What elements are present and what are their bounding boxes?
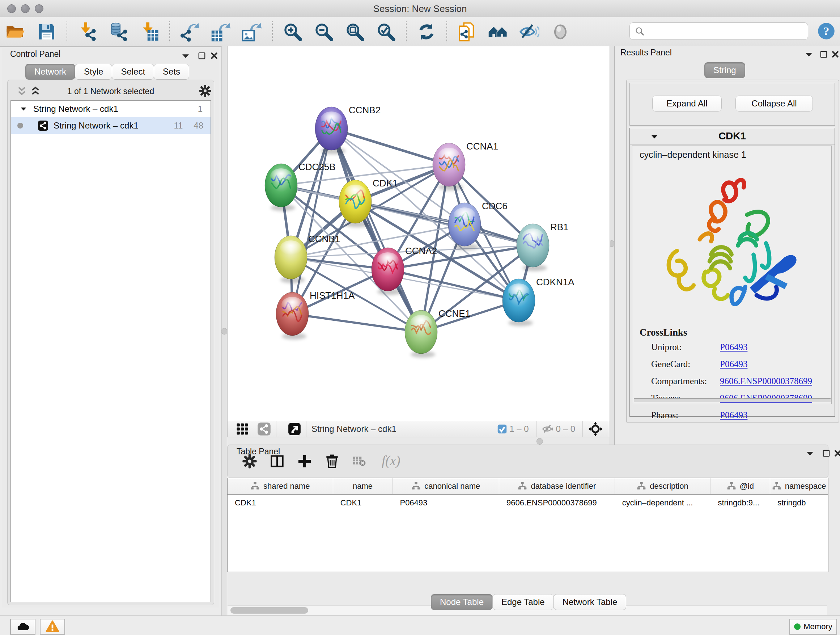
table-row[interactable]: CDK1CDK1P064939606.ENSP00000378699cyclin… [227, 495, 828, 511]
home-icon[interactable] [488, 22, 508, 42]
crosslink-link[interactable]: 9606.ENSP00000378699 [720, 376, 812, 386]
tree-column-icon [772, 481, 782, 491]
tree-expander-icon[interactable] [19, 105, 27, 113]
zoom-out-icon[interactable] [314, 22, 334, 42]
horizontal-splitter[interactable] [227, 437, 609, 445]
crosslink-link[interactable]: P06493 [720, 342, 747, 352]
table-tabs: Node TableEdge TableNetwork Table [431, 594, 626, 610]
help-icon[interactable] [817, 22, 836, 41]
tab-node-table[interactable]: Node Table [431, 594, 493, 610]
string-share-icon[interactable] [257, 422, 271, 436]
node-RB1[interactable] [516, 224, 549, 271]
import-network-database-icon[interactable] [108, 22, 128, 42]
hide-selected-icon[interactable] [519, 22, 539, 42]
node-CDC6[interactable] [448, 203, 481, 250]
network-row-selected[interactable]: String Network – cdk1 11 48 [11, 117, 210, 134]
network-graph[interactable]: CCNB2CCNA1CDC25BCDK1CDC6RB1CCNB1CCNA2CDK… [227, 46, 609, 421]
network-collection-row[interactable]: String Network – cdk1 1 [11, 101, 210, 117]
crosslink-link[interactable]: P06493 [720, 410, 747, 420]
edge-CCNB2-CCNA1[interactable] [332, 128, 449, 165]
open-session-icon[interactable] [5, 22, 26, 42]
tab-network[interactable]: Network [25, 64, 75, 80]
control-panel-float-icon[interactable] [197, 51, 206, 60]
node-HIST1H1A[interactable] [276, 292, 309, 340]
zoom-in-icon[interactable] [283, 22, 303, 42]
warnings-button[interactable] [40, 619, 65, 635]
import-table-icon[interactable] [139, 22, 159, 42]
cloud-button[interactable] [10, 619, 35, 635]
table-cell[interactable]: stringdb:9... [711, 495, 770, 511]
column-header-shared-name[interactable]: shared name [227, 478, 333, 494]
table-panel-float-icon[interactable] [822, 449, 831, 458]
save-session-icon[interactable] [36, 22, 57, 42]
node-CCNB2[interactable] [315, 107, 347, 154]
search-input[interactable] [648, 26, 808, 36]
node-CCNE1[interactable] [405, 310, 437, 358]
tab-style[interactable]: Style [75, 64, 112, 80]
delete-column-icon[interactable] [325, 454, 340, 469]
node-CDC25B[interactable] [265, 164, 297, 211]
column-header-canonical-name[interactable]: canonical name [393, 478, 499, 494]
separator [306, 421, 306, 437]
control-panel-close-icon[interactable] [210, 51, 218, 60]
node-table[interactable]: shared namenamecanonical namedatabase id… [227, 478, 829, 572]
column-header-description[interactable]: description [615, 478, 711, 494]
title-bar: Session: New Session [0, 0, 840, 17]
edge-HIST1H1A-CCNE1[interactable] [292, 314, 421, 332]
gear-icon[interactable] [199, 84, 212, 97]
export-image-icon[interactable] [242, 22, 262, 42]
selected-checkbox-icon[interactable] [497, 424, 507, 434]
table-cell[interactable]: CDK1 [333, 495, 393, 511]
tab-sets[interactable]: Sets [154, 64, 189, 80]
table-cell[interactable]: cyclin–dependent ... [615, 495, 711, 511]
collapse-all-button[interactable]: Collapse All [736, 96, 813, 111]
results-panel-collapse-icon[interactable] [804, 50, 813, 59]
table-cell[interactable]: CDK1 [227, 495, 333, 511]
crosslink-link[interactable]: P06493 [720, 359, 747, 369]
export-network-icon[interactable] [180, 22, 200, 42]
zoom-fit-icon[interactable] [345, 22, 365, 42]
table-cell[interactable]: stringdb [770, 495, 828, 511]
zoom-selected-icon[interactable] [376, 22, 396, 42]
tab-select[interactable]: Select [112, 64, 154, 80]
table-cell[interactable]: P06493 [393, 495, 499, 511]
cdk1-description: cyclin–dependent kinase 1 [639, 149, 746, 160]
edge-CCNB2-CCNE1[interactable] [332, 128, 421, 332]
tab-network-table[interactable]: Network Table [554, 594, 627, 610]
node-CDKN1A[interactable] [502, 279, 535, 326]
open-in-window-icon[interactable] [288, 423, 301, 435]
memory-button[interactable]: Memory [789, 619, 837, 635]
export-table-icon[interactable] [211, 22, 231, 42]
left-splitter[interactable] [221, 46, 227, 616]
tree-column-icon [250, 481, 260, 491]
crosshair-icon[interactable] [588, 421, 603, 437]
hidden-eye-slash-icon[interactable] [542, 423, 554, 435]
column-header-database-identifier[interactable]: database identifier [499, 478, 615, 494]
table-panel-close-icon[interactable] [834, 449, 840, 458]
splitter-handle[interactable] [221, 328, 227, 334]
tab-string[interactable]: String [704, 62, 745, 78]
results-panel-close-icon[interactable] [831, 50, 840, 59]
first-neighbors-icon[interactable] [457, 22, 477, 42]
add-column-icon[interactable] [297, 454, 312, 469]
network-canvas[interactable]: CCNB2CCNA1CDC25BCDK1CDC6RB1CCNB1CCNA2CDK… [227, 46, 610, 421]
show-all-icon[interactable] [550, 22, 570, 42]
results-panel-float-icon[interactable] [819, 50, 828, 59]
toolbar-separator [272, 21, 273, 42]
expand-all-button[interactable]: Expand All [652, 96, 722, 111]
search-box[interactable] [630, 22, 808, 40]
column-header-namespace[interactable]: namespace [770, 478, 828, 494]
results-scrollbar[interactable] [634, 398, 831, 402]
column-header-@id[interactable]: @id [711, 478, 770, 494]
tab-edge-table[interactable]: Edge Table [493, 594, 554, 610]
control-panel-collapse-icon[interactable] [181, 51, 190, 61]
table-panel-title: Table Panel [237, 447, 280, 456]
table-cell[interactable]: 9606.ENSP00000378699 [499, 495, 615, 511]
table-panel-collapse-icon[interactable] [805, 449, 815, 458]
column-header-name[interactable]: name [333, 478, 393, 494]
refresh-icon[interactable] [416, 22, 437, 42]
splitter-handle[interactable] [537, 438, 543, 445]
import-network-file-icon[interactable] [77, 22, 97, 42]
birdseye-grid-icon[interactable] [235, 422, 249, 436]
node-CCNB1[interactable] [275, 236, 307, 283]
